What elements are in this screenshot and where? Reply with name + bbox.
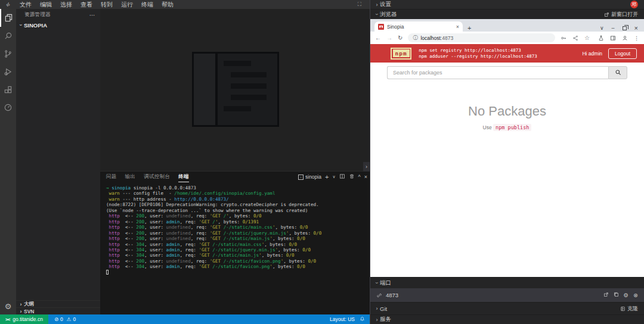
menu-item-4[interactable]: 转到 — [97, 0, 117, 9]
section-ports[interactable]: › 端口 — [370, 277, 644, 288]
tab-title: Sinopia — [387, 24, 453, 30]
url-field[interactable]: ⓘ localhost:4873 — [408, 33, 555, 42]
maximize-panel-icon[interactable]: ^ — [358, 174, 361, 180]
panel-tab[interactable]: 调试控制台 — [144, 172, 170, 182]
explorer-icon[interactable] — [0, 9, 16, 27]
status-right: Layout: US — [330, 316, 370, 323]
terminal-content[interactable]: → sinopia sinopia -l 0.0.0.0:4873 warn -… — [100, 182, 370, 314]
section-settings[interactable]: › 设置 邓 — [370, 0, 644, 9]
section-browser[interactable]: › 浏览器 新窗口打开 — [370, 9, 644, 19]
more-actions-icon[interactable]: ⋯ — [89, 12, 95, 18]
port-row-4873[interactable]: 4873 ⚙ ⊗ — [370, 288, 644, 302]
panel-tab[interactable]: 终端 — [178, 172, 189, 182]
browser-content: No Packages Use npm publish — [370, 82, 644, 277]
section-services[interactable]: › 服务 — [370, 314, 644, 324]
port-settings-gear-icon[interactable]: ⚙ — [624, 292, 629, 298]
explorer-header: 资源管理器 ⋯ — [16, 9, 100, 21]
explorer-section[interactable]: ›大纲 — [16, 300, 100, 307]
terminal-line: http <-- 304, user: admin, req: 'GET /-/… — [106, 253, 370, 258]
chevron-right-icon: › — [374, 2, 380, 8]
kill-terminal-icon[interactable] — [349, 173, 355, 180]
preview-icon[interactable] — [614, 292, 619, 298]
minimize-icon[interactable]: – — [612, 25, 615, 31]
extension-flask-icon[interactable] — [598, 33, 604, 43]
problems-status[interactable]: ⊘ 0 ⚠ 0 — [54, 316, 76, 322]
ide-body: ⚙ 资源管理器 ⋯ › SINOPIA ›大纲›SVN — [0, 9, 370, 314]
close-panel-icon[interactable]: × — [364, 174, 367, 180]
stop-port-icon[interactable]: ⊗ — [633, 292, 638, 298]
back-icon[interactable]: ← — [375, 35, 381, 41]
terminal-cursor — [106, 270, 370, 276]
share-icon[interactable] — [572, 33, 578, 43]
menu-item-0[interactable]: 文件 — [16, 0, 36, 9]
logout-button[interactable]: Logout — [608, 48, 637, 59]
profile-icon[interactable] — [622, 33, 628, 43]
title-bar: ‹/› 文件编辑选择查看转到运行终端帮助 ⛶ — [0, 0, 370, 9]
terminal-dropdown-icon[interactable]: ∨ — [332, 175, 335, 179]
git-clone-button[interactable]: 克隆 — [620, 305, 638, 313]
panel-tab[interactable]: 输出 — [125, 172, 136, 182]
terminal-line: http <-- 304, user: admin, req: 'GET /-/… — [106, 264, 370, 269]
tab-search-icon[interactable]: ∨ — [600, 25, 604, 31]
source-control-icon[interactable] — [0, 45, 16, 63]
menu-item-3[interactable]: 查看 — [76, 0, 97, 9]
terminal-selector[interactable]: › sinopia — [298, 174, 321, 180]
user-avatar-badge[interactable]: 邓 — [630, 1, 638, 8]
browser-menu-icon[interactable]: ⋮ — [634, 35, 639, 41]
window-controls: ∨ – × — [600, 24, 644, 32]
site-info-icon[interactable]: ⓘ — [413, 35, 417, 41]
terminal-line: (Use `node --trace-deprecation ...` to s… — [106, 208, 370, 213]
search-icon[interactable] — [0, 27, 16, 45]
warning-count: 0 — [73, 316, 76, 322]
reload-icon[interactable]: ↻ — [398, 35, 402, 41]
terminal-line: http <-- 304, user: admin, req: 'GET /-/… — [106, 242, 370, 247]
notifications-bell-icon[interactable] — [360, 316, 365, 323]
tab-close-icon[interactable]: × — [456, 24, 459, 30]
chevron-down-icon: › — [374, 280, 380, 286]
close-window-icon[interactable]: × — [634, 24, 638, 32]
split-terminal-icon[interactable] — [339, 173, 345, 180]
side-panel-icon[interactable] — [610, 33, 616, 43]
run-debug-icon[interactable] — [0, 63, 16, 80]
search-submit-button[interactable] — [608, 66, 627, 79]
forward-icon[interactable]: → — [386, 35, 392, 41]
menu-item-6[interactable]: 终端 — [137, 0, 157, 9]
browser-tab-sinopia[interactable]: Sinopia × — [374, 21, 463, 32]
folder-row-sinopia[interactable]: › SINOPIA — [16, 21, 100, 29]
menu-item-1[interactable]: 编辑 — [36, 0, 56, 9]
remote-indicator[interactable]: >< go.titanide.cn — [0, 314, 48, 324]
new-tab-icon[interactable]: + — [467, 24, 471, 32]
panel-expand-handle[interactable]: › — [363, 162, 370, 172]
live-preview-icon[interactable] — [0, 98, 16, 116]
panel-tab-bar: 问题输出调试控制台终端 › sinopia + ∨ — [100, 172, 370, 182]
section-git[interactable]: › Git 克隆 — [370, 302, 644, 314]
panel-tab[interactable]: 问题 — [106, 172, 117, 182]
editor-watermark-layout-image — [192, 52, 279, 127]
npm-cmd-adduser: npm adduser --registry http://localhost:… — [419, 54, 537, 60]
menu-item-2[interactable]: 选择 — [56, 0, 76, 9]
restore-icon[interactable] — [623, 26, 627, 30]
terminal-line: http <-- 200, user: admin, req: 'GET /',… — [106, 219, 370, 225]
editor-and-panel: › 问题输出调试控制台终端 › sinopia + ∨ — [100, 9, 370, 314]
new-terminal-icon[interactable]: + — [325, 173, 329, 180]
chevron-right-icon: › — [374, 306, 380, 311]
package-search-input[interactable] — [387, 66, 608, 79]
fullscreen-icon[interactable]: ⛶ — [358, 1, 361, 8]
open-new-window-button[interactable]: 新窗口打开 — [604, 11, 638, 18]
open-in-browser-icon[interactable] — [603, 292, 609, 298]
bookmark-star-icon[interactable]: ☆ — [584, 35, 590, 41]
manage-gear-icon[interactable]: ⚙ — [0, 298, 16, 314]
keyboard-layout[interactable]: Layout: US — [330, 316, 355, 322]
explorer-section[interactable]: ›SVN — [16, 307, 100, 314]
npm-cmd-registry: npm set registry http://localhost:4873 — [419, 48, 537, 54]
extensions-icon[interactable] — [0, 80, 16, 98]
greeting-text: Hi admin — [582, 51, 602, 57]
password-key-icon[interactable] — [561, 33, 566, 43]
chevron-right-icon: › — [18, 309, 24, 314]
settings-label: 设置 — [380, 1, 391, 8]
open-new-window-label: 新窗口打开 — [611, 11, 638, 18]
chevron-right-icon: › — [374, 317, 380, 323]
browser-label: 浏览器 — [380, 11, 397, 18]
menu-item-7[interactable]: 帮助 — [157, 0, 178, 9]
menu-item-5[interactable]: 运行 — [117, 0, 137, 9]
